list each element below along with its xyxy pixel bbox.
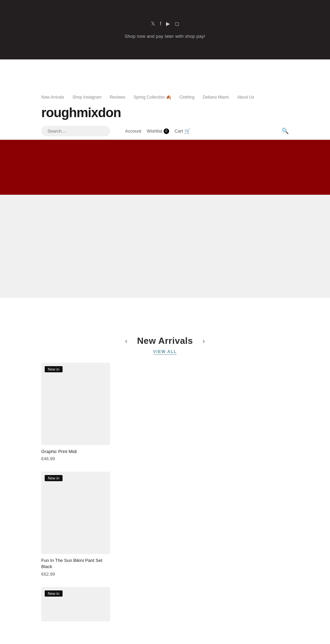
search-input[interactable] [41, 126, 110, 136]
hero-banner [0, 140, 330, 195]
account-link[interactable]: Account [125, 128, 141, 134]
top-bar: 𝕏 f ▶ ◻ Shop now and pay later with shop… [0, 0, 330, 59]
nav-shop-instagram[interactable]: Shop Instagram [73, 95, 102, 100]
new-in-badge-1: New in [45, 366, 63, 372]
twitter-icon[interactable]: 𝕏 [151, 21, 155, 27]
instagram-icon[interactable]: ◻ [175, 21, 179, 27]
social-icons-row: 𝕏 f ▶ ◻ [151, 21, 179, 27]
top-bar-text: Shop now and pay later with shop pay! [125, 34, 205, 39]
youtube-icon[interactable]: ▶ [166, 21, 170, 27]
product-image-2[interactable]: New in [41, 472, 110, 554]
facebook-icon[interactable]: f [160, 21, 161, 27]
wishlist-link[interactable]: Wishlist 0 [147, 128, 169, 134]
new-arrivals-title: New Arrivals [137, 336, 193, 346]
products-list: New in Graphic Print Midi €46.99 New in … [0, 363, 330, 625]
product-card-1: New in Graphic Print Midi €46.99 [41, 363, 110, 461]
product-name-2: Fun In The Sun Bikini Pant Set Black [41, 557, 110, 570]
white-gap-1 [0, 59, 330, 87]
nav-new-arrivals[interactable]: New Arrivals [41, 95, 64, 100]
new-arrivals-section: ‹ New Arrivals › VIEW ALL New in Graphic… [0, 325, 330, 639]
nav-actions: Account Wishlist 0 Cart 🛒 [125, 128, 191, 134]
nav-spring-collection[interactable]: Spring Collection 🍂 [134, 95, 171, 100]
nav-bottom: Account Wishlist 0 Cart 🛒 [41, 126, 191, 136]
product-price-1: €46.99 [41, 456, 110, 461]
brand-name: roughmixdon [41, 105, 289, 120]
product-name-1: Graphic Print Midi [41, 449, 110, 455]
product-card-3: New in [41, 587, 110, 625]
nav-about-us[interactable]: About Us [237, 95, 254, 100]
nav-reviews[interactable]: Reviews [110, 95, 125, 100]
wishlist-count: 0 [164, 128, 169, 134]
view-all-button[interactable]: VIEW ALL [153, 349, 177, 355]
nav-clothing[interactable]: Clothing [179, 95, 195, 100]
gray-section [0, 195, 330, 298]
white-gap-2 [0, 298, 330, 325]
new-arrivals-header: ‹ New Arrivals › [0, 325, 330, 348]
new-in-badge-2: New in [45, 475, 63, 481]
nav-area: New Arrivals Shop Instagram Reviews Spri… [0, 87, 330, 140]
nav-deliano-miami[interactable]: Deliano Miami [203, 95, 229, 100]
view-all-link: VIEW ALL [0, 348, 330, 354]
product-price-2: €62.99 [41, 572, 110, 577]
search-icon[interactable]: 🔍 [282, 127, 289, 135]
nav-links: New Arrivals Shop Instagram Reviews Spri… [41, 94, 289, 100]
next-arrow-button[interactable]: › [200, 336, 208, 346]
cart-link[interactable]: Cart 🛒 [175, 128, 191, 134]
prev-arrow-button[interactable]: ‹ [122, 336, 130, 346]
new-in-badge-3: New in [45, 590, 63, 597]
product-card-2: New in Fun In The Sun Bikini Pant Set Bl… [41, 472, 110, 576]
product-image-3[interactable]: New in [41, 587, 110, 621]
product-image-1[interactable]: New in [41, 363, 110, 445]
cart-icon: 🛒 [184, 128, 191, 134]
